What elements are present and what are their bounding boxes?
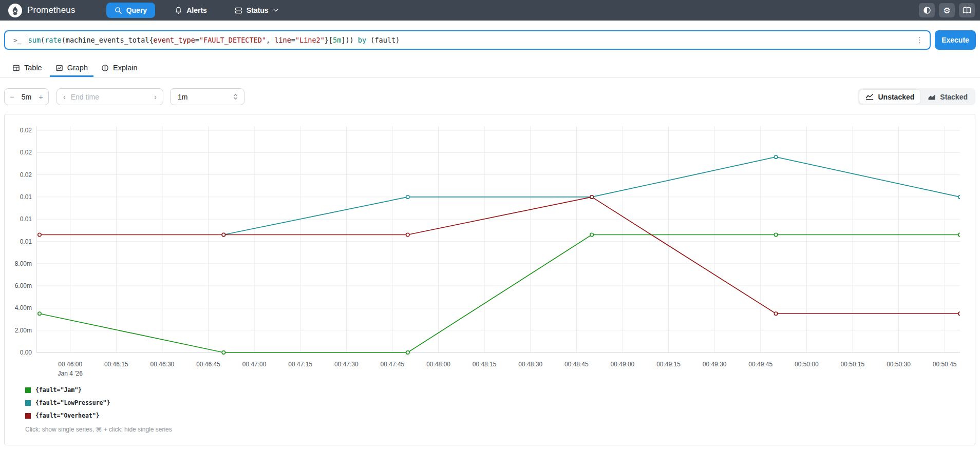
legend-help-note: Click: show single series, ⌘ + click: hi… bbox=[25, 426, 172, 433]
result-tabs: Table Graph Explain bbox=[0, 60, 980, 77]
legend-label: {fault="LowPressure"} bbox=[35, 399, 110, 406]
navbar: Prometheus Query Alerts Status bbox=[0, 0, 980, 21]
server-stack-icon bbox=[235, 7, 242, 14]
query-token: = bbox=[195, 36, 199, 44]
graph-icon bbox=[55, 64, 63, 72]
graph-canvas[interactable]: 0.020.020.020.010.010.018.00m6.00m4.00m2… bbox=[5, 114, 974, 383]
query-token: 5m bbox=[333, 36, 341, 44]
nav-status[interactable]: Status bbox=[227, 3, 287, 18]
legend-swatch bbox=[25, 413, 31, 419]
svg-text:00:48:45: 00:48:45 bbox=[564, 361, 589, 368]
prompt-icon: >_ bbox=[13, 36, 22, 44]
tab-table[interactable]: Table bbox=[7, 60, 48, 77]
info-icon bbox=[101, 64, 109, 72]
svg-text:00:47:45: 00:47:45 bbox=[381, 361, 405, 368]
svg-text:6.00m: 6.00m bbox=[15, 282, 32, 289]
query-token: rate bbox=[45, 36, 62, 44]
area-chart-icon bbox=[928, 93, 936, 101]
svg-text:00:47:15: 00:47:15 bbox=[288, 361, 312, 368]
query-token: , bbox=[266, 36, 274, 44]
bell-icon bbox=[175, 7, 182, 14]
nav-query-label: Query bbox=[126, 6, 147, 14]
select-chevrons-icon bbox=[232, 93, 239, 101]
svg-text:00:49:00: 00:49:00 bbox=[611, 361, 635, 368]
settings-button[interactable]: ⚙ bbox=[939, 3, 955, 17]
legend-item[interactable]: {fault="Jam"} bbox=[25, 385, 110, 395]
legend-label: {fault="Overheat"} bbox=[35, 412, 100, 419]
stacked-button[interactable]: Stacked bbox=[921, 90, 974, 104]
query-expression[interactable]: sum(rate(machine_events_total{event_type… bbox=[28, 36, 915, 44]
execute-button[interactable]: Execute bbox=[935, 30, 976, 50]
query-token: = bbox=[291, 36, 295, 44]
query-token: by bbox=[358, 36, 366, 44]
legend-label: {fault="Jam"} bbox=[35, 386, 82, 394]
svg-text:00:48:00: 00:48:00 bbox=[426, 361, 450, 368]
docs-button[interactable] bbox=[959, 3, 975, 17]
end-time-forward-button[interactable]: › bbox=[154, 93, 157, 101]
query-token: ( bbox=[41, 36, 45, 44]
svg-text:00:46:00: 00:46:00 bbox=[58, 361, 82, 368]
svg-text:00:50:30: 00:50:30 bbox=[887, 361, 911, 368]
svg-text:00:49:45: 00:49:45 bbox=[748, 361, 772, 368]
end-time-back-button[interactable]: ‹ bbox=[63, 93, 66, 101]
svg-text:00:50:45: 00:50:45 bbox=[933, 361, 957, 368]
query-token: "Line2" bbox=[295, 36, 325, 44]
svg-text:00:46:15: 00:46:15 bbox=[104, 361, 128, 368]
svg-text:0.02: 0.02 bbox=[20, 149, 32, 156]
query-token: }[ bbox=[325, 36, 333, 44]
theme-toggle-button[interactable] bbox=[919, 3, 935, 17]
gear-icon: ⚙ bbox=[943, 6, 950, 15]
query-input[interactable]: >_ sum(rate(machine_events_total{event_t… bbox=[4, 30, 931, 50]
svg-text:00:50:00: 00:50:00 bbox=[795, 361, 819, 368]
tab-explain-label: Explain bbox=[113, 64, 138, 72]
svg-text:2.00m: 2.00m bbox=[15, 327, 32, 334]
resolution-select[interactable]: 1m bbox=[170, 88, 244, 105]
legend-item[interactable]: {fault="LowPressure"} bbox=[25, 398, 110, 408]
range-value[interactable]: 5m bbox=[22, 93, 31, 101]
line-chart-icon bbox=[865, 93, 874, 101]
stacking-toggle: Unstacked Stacked bbox=[858, 88, 975, 105]
nav-status-label: Status bbox=[247, 6, 269, 14]
nav-query[interactable]: Query bbox=[106, 3, 155, 18]
flame-icon bbox=[10, 6, 20, 15]
svg-text:00:48:15: 00:48:15 bbox=[473, 361, 497, 368]
brand-title: Prometheus bbox=[27, 5, 76, 15]
graph-controls: − 5m + ‹ › 1m Unstacked bbox=[0, 88, 980, 105]
stacked-label: Stacked bbox=[940, 93, 968, 101]
svg-text:0.01: 0.01 bbox=[20, 215, 32, 223]
svg-text:00:49:15: 00:49:15 bbox=[656, 361, 681, 368]
tab-graph[interactable]: Graph bbox=[50, 60, 93, 77]
nav-alerts-label: Alerts bbox=[186, 6, 207, 14]
query-token: (fault) bbox=[366, 36, 400, 44]
table-icon bbox=[12, 64, 20, 72]
legend: {fault="Jam"}{fault="LowPressure"}{fault… bbox=[25, 385, 110, 423]
svg-text:0.01: 0.01 bbox=[20, 193, 32, 201]
svg-text:00:50:15: 00:50:15 bbox=[841, 361, 865, 368]
svg-text:00:46:30: 00:46:30 bbox=[150, 361, 175, 368]
query-token: "FAULT_DETECTED" bbox=[199, 36, 266, 44]
svg-text:00:47:30: 00:47:30 bbox=[334, 361, 359, 368]
query-token: sum bbox=[28, 36, 41, 44]
chevron-down-icon bbox=[273, 7, 279, 13]
tab-table-label: Table bbox=[24, 64, 42, 72]
svg-text:00:49:30: 00:49:30 bbox=[703, 361, 727, 368]
query-token: line bbox=[274, 36, 291, 44]
book-icon bbox=[963, 7, 971, 14]
query-token: ])) bbox=[341, 36, 358, 44]
prometheus-app: Prometheus Query Alerts Status bbox=[0, 0, 980, 451]
end-time-input[interactable] bbox=[71, 93, 149, 101]
tab-explain[interactable]: Explain bbox=[96, 60, 143, 77]
navbar-actions: ⚙ bbox=[919, 3, 975, 17]
svg-text:0.02: 0.02 bbox=[20, 127, 32, 134]
svg-text:Jan 4 '26: Jan 4 '26 bbox=[58, 370, 83, 377]
svg-text:00:48:30: 00:48:30 bbox=[518, 361, 542, 368]
unstacked-button[interactable]: Unstacked bbox=[859, 90, 920, 104]
query-menu-kebab-icon[interactable]: ⋮ bbox=[915, 35, 925, 45]
query-token: (machine_events_total{ bbox=[62, 36, 154, 44]
range-increase-button[interactable]: + bbox=[39, 93, 43, 101]
nav-alerts[interactable]: Alerts bbox=[166, 3, 215, 18]
range-selector: − 5m + bbox=[4, 88, 49, 105]
query-token: event_type bbox=[154, 36, 195, 44]
legend-item[interactable]: {fault="Overheat"} bbox=[25, 410, 110, 421]
range-decrease-button[interactable]: − bbox=[10, 93, 14, 101]
